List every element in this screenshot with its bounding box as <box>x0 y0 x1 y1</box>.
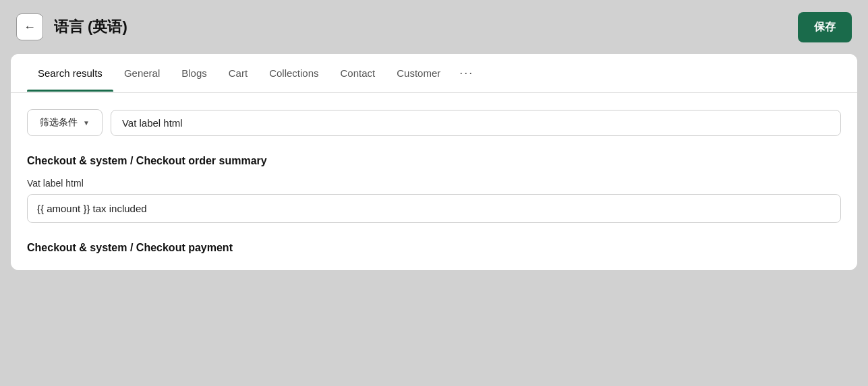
back-icon: ← <box>24 20 36 34</box>
tab-more-button[interactable]: ··· <box>451 54 482 92</box>
save-button[interactable]: 保存 <box>798 12 852 42</box>
main-card: Search results General Blogs Cart Collec… <box>11 54 857 270</box>
filter-button[interactable]: 筛选条件 ▼ <box>27 109 103 136</box>
vat-label-input[interactable] <box>27 194 841 223</box>
content-area: 筛选条件 ▼ Checkout & system / Checkout orde… <box>11 93 857 270</box>
section1-heading: Checkout & system / Checkout order summa… <box>27 155 841 167</box>
filter-arrow-icon: ▼ <box>83 119 90 127</box>
tab-collections[interactable]: Collections <box>258 55 329 91</box>
tab-blogs[interactable]: Blogs <box>171 55 218 91</box>
tab-general[interactable]: General <box>113 55 171 91</box>
section2-heading: Checkout & system / Checkout payment <box>27 242 841 254</box>
page-title: 语言 (英语) <box>54 17 127 37</box>
tab-contact[interactable]: Contact <box>330 55 386 91</box>
top-bar-left: ← 语言 (英语) <box>16 13 127 40</box>
tab-cart[interactable]: Cart <box>218 55 258 91</box>
top-bar: ← 语言 (英语) 保存 <box>0 0 868 54</box>
back-button[interactable]: ← <box>16 13 43 40</box>
tab-customer[interactable]: Customer <box>386 55 451 91</box>
tab-bar: Search results General Blogs Cart Collec… <box>11 54 857 93</box>
filter-label: 筛选条件 <box>40 117 78 129</box>
filter-row: 筛选条件 ▼ <box>27 109 841 136</box>
tab-search-results[interactable]: Search results <box>27 55 113 91</box>
search-input[interactable] <box>111 110 841 136</box>
field-label: Vat label html <box>27 178 841 189</box>
